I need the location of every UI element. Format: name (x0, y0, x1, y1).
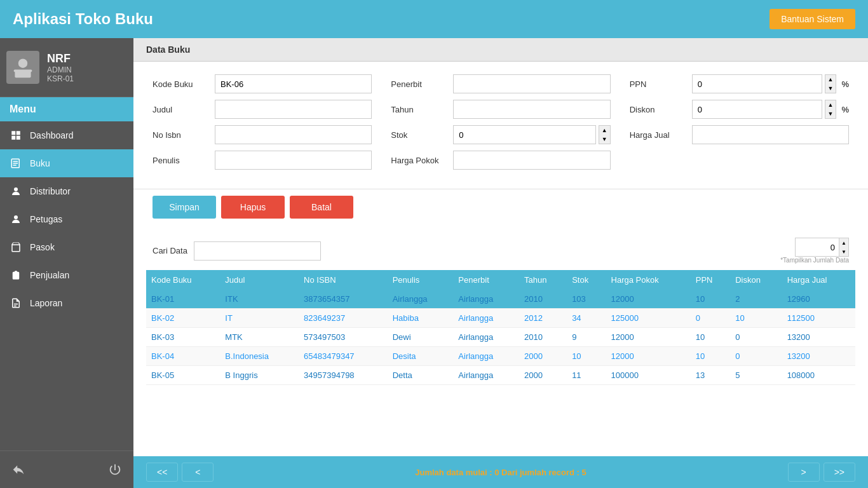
table-cell: BK-05 (146, 366, 220, 385)
table-row[interactable]: BK-01ITK3873654357AirlanggaAirlangga2010… (146, 290, 855, 309)
table-cell: Airlangga (453, 309, 519, 328)
ppn-spinner-btns: ▲ ▼ (825, 74, 837, 93)
ppn-down-btn[interactable]: ▼ (825, 84, 836, 93)
stok-spinner-btns: ▲ ▼ (599, 125, 611, 144)
form-col-2: Penerbit Tahun Stok ▲ ▼ (391, 74, 610, 176)
stok-up-btn[interactable]: ▲ (599, 126, 610, 135)
svg-point-7 (14, 187, 18, 191)
book-icon (10, 157, 22, 170)
table-cell: Dewi (388, 328, 454, 347)
last-page-button[interactable]: >> (824, 463, 855, 482)
ppn-input[interactable] (692, 74, 822, 93)
kode-buku-input[interactable] (215, 74, 372, 93)
diskon-input[interactable] (692, 100, 822, 119)
hapus-button[interactable]: Hapus (221, 196, 285, 219)
stok-down-btn[interactable]: ▼ (599, 135, 610, 144)
user-name: NRF (47, 52, 74, 65)
penerbit-input[interactable] (453, 74, 610, 93)
table-cell: 823649237 (299, 309, 388, 328)
user-info: NRF ADMIN KSR-01 (47, 52, 74, 83)
diskon-spinner-btns: ▲ ▼ (825, 100, 837, 119)
ppn-row: PPN ▲ ▼ % (630, 74, 849, 93)
form-section: Kode Buku Judul No Isbn Penulis (133, 62, 868, 189)
table-cell: B.Indonesia (220, 347, 299, 366)
menu-items: Dashboard Buku Distributor Petugas (0, 121, 133, 451)
sidebar-item-pasok[interactable]: Pasok (0, 233, 133, 261)
table-cell: Airlangga (453, 290, 519, 309)
penerbit-row: Penerbit (391, 74, 610, 93)
table-row[interactable]: BK-02IT823649237HabibaAirlangga201234125… (146, 309, 855, 328)
judul-row: Judul (153, 100, 372, 119)
stok-row: Stok ▲ ▼ (391, 125, 610, 144)
table-body: BK-01ITK3873654357AirlanggaAirlangga2010… (146, 290, 855, 385)
first-page-button[interactable]: << (146, 463, 178, 482)
table-cell: Detta (388, 366, 454, 385)
harga-jual-input[interactable] (692, 125, 849, 144)
next-page-button[interactable]: > (788, 463, 820, 482)
pagination-info: Jumlah data mulai : 0 Dari jumlah record… (415, 468, 586, 477)
col-harga-jual: Harga Jual (782, 270, 855, 290)
diskon-up-btn[interactable]: ▲ (825, 100, 836, 109)
table-cell: Airlangga (453, 366, 519, 385)
data-table: Kode Buku Judul No ISBN Penulis Penerbit… (146, 270, 855, 385)
sidebar-item-petugas[interactable]: Petugas (0, 205, 133, 233)
stok-input[interactable] (453, 125, 595, 144)
penulis-input[interactable] (215, 151, 372, 170)
sidebar-item-penjualan[interactable]: Penjualan (0, 261, 133, 289)
table-cell: 12000 (606, 290, 691, 309)
sidebar-item-label: Petugas (30, 214, 62, 224)
table-cell: BK-02 (146, 309, 220, 328)
pagination-right: > >> (788, 463, 855, 482)
content: Data Buku Kode Buku Judul No Isbn (133, 38, 868, 488)
col-ppn: PPN (691, 270, 730, 290)
stok-spinner: ▲ ▼ (453, 125, 610, 144)
count-input[interactable] (795, 238, 839, 257)
col-harga-pokok: Harga Pokok (606, 270, 691, 290)
col-stok: Stok (567, 270, 606, 290)
diskon-label: Diskon (630, 105, 687, 114)
svg-rect-3 (11, 131, 15, 135)
count-down-btn[interactable]: ▼ (839, 247, 848, 256)
sidebar-item-buku[interactable]: Buku (0, 149, 133, 177)
table-row[interactable]: BK-03MTK573497503DewiAirlangga2010912000… (146, 328, 855, 347)
table-cell: 2012 (519, 309, 567, 328)
logout-arrow-icon[interactable] (10, 461, 27, 478)
power-icon[interactable] (106, 461, 124, 478)
harga-pokok-input[interactable] (453, 151, 610, 170)
sidebar-item-label: Pasok (30, 242, 55, 252)
svg-point-0 (18, 59, 27, 68)
petugas-icon (10, 213, 22, 226)
judul-input[interactable] (215, 100, 372, 119)
table-cell: 108000 (782, 366, 855, 385)
penulis-row: Penulis (153, 151, 372, 170)
no-isbn-input[interactable] (215, 125, 372, 144)
sidebar-bottom (0, 451, 133, 488)
diskon-down-btn[interactable]: ▼ (825, 109, 836, 118)
bantuan-button[interactable]: Bantuan Sistem (770, 9, 855, 29)
user-role: ADMIN (47, 65, 74, 74)
tahun-row: Tahun (391, 100, 610, 119)
search-input[interactable] (194, 241, 321, 261)
ppn-up-btn[interactable]: ▲ (825, 75, 836, 84)
count-up-btn[interactable]: ▲ (839, 238, 848, 247)
table-row[interactable]: BK-05B Inggris34957394798DettaAirlangga2… (146, 366, 855, 385)
diskon-unit: % (841, 105, 849, 114)
sidebar-item-dashboard[interactable]: Dashboard (0, 121, 133, 149)
col-tahun: Tahun (519, 270, 567, 290)
svg-rect-6 (17, 136, 20, 140)
sidebar-item-distributor[interactable]: Distributor (0, 177, 133, 205)
batal-button[interactable]: Batal (290, 196, 353, 219)
table-cell: 13 (691, 366, 730, 385)
judul-label: Judul (153, 105, 210, 114)
sidebar-item-label: Dashboard (30, 130, 74, 140)
tahun-input[interactable] (453, 100, 610, 119)
prev-page-button[interactable]: < (182, 463, 214, 482)
sidebar: NRF ADMIN KSR-01 Menu Dashboard Buku (0, 38, 133, 488)
sidebar-item-label: Distributor (30, 186, 71, 196)
search-row: Cari Data ▲ ▼ *Tampilkan Jumlah Data (133, 231, 868, 270)
laporan-icon (10, 297, 22, 309)
simpan-button[interactable]: Simpan (153, 196, 216, 219)
table-cell: Airlangga (388, 290, 454, 309)
table-row[interactable]: BK-04B.Indonesia65483479347DesitaAirlang… (146, 347, 855, 366)
sidebar-item-laporan[interactable]: Laporan (0, 289, 133, 317)
